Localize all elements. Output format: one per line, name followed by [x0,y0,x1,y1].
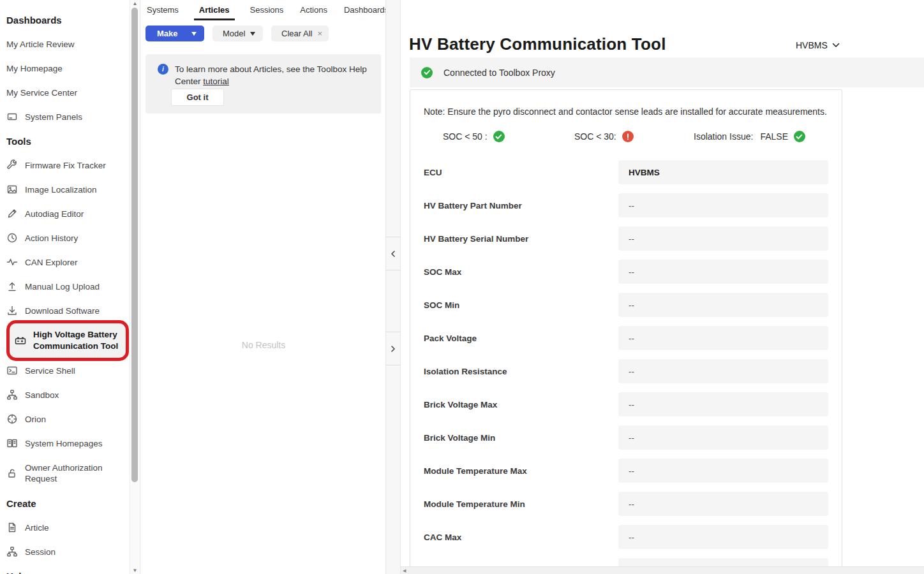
tab-dashboards[interactable]: Dashboards [343,0,390,20]
waveform-icon [6,256,18,268]
book-icon [6,438,18,449]
sidebar-item-owner-authorization-request[interactable]: Owner Authorization Request [6,455,124,491]
sidebar-item-my-homepage[interactable]: My Homepage [6,56,124,80]
isolation-resistance-field[interactable]: -- [618,359,828,383]
hierarchy-icon [6,546,18,557]
page-title: HV Battery Communication Tool [409,34,666,54]
connection-status-text: Connected to Toolbox Proxy [443,68,555,78]
sidebar-item-my-article-review[interactable]: My Article Review [6,32,124,56]
scroll-down-icon[interactable]: ▼ [130,568,140,573]
sidebar-item-session[interactable]: Session [6,540,124,564]
item-label: System Homepages [25,438,103,449]
field-label: CAC Max [424,533,618,542]
sidebar: Dashboards My Article Review My Homepage… [0,0,140,574]
sidebar-item-system-homepages[interactable]: System Homepages [6,431,124,455]
sidebar-item-article[interactable]: Article [6,515,124,540]
model-filter-dropdown[interactable]: Model [212,26,263,41]
status-label: SOC < 30: [574,131,616,142]
field-label: SOC Max [424,267,618,277]
field-label: ECU [424,168,618,177]
brick-voltage-max-field[interactable]: -- [618,392,828,416]
module-temp-max-field[interactable]: -- [618,459,828,483]
cac-max-field[interactable]: -- [618,525,828,549]
scroll-left-icon[interactable]: ◀ [403,568,406,573]
sidebar-item-orion[interactable]: Orion [6,407,124,431]
ecu-field[interactable]: HVBMS [618,160,828,184]
heading-label: Dashboards [6,15,62,26]
item-label: Download Software [25,305,100,316]
pencil-icon [6,208,18,219]
horizontal-scrollbar[interactable]: ◀ [401,566,924,574]
expand-right-button[interactable] [386,332,400,365]
field-label: HV Battery Part Number [424,201,618,210]
sidebar-item-hv-battery-communication-tool[interactable]: High Voltage Battery Communication Tool [6,320,129,361]
sidebar-item-autodiag-editor[interactable]: Autodiag Editor [6,202,124,226]
form-row-pack-voltage: Pack Voltage -- [424,326,829,350]
part-number-field[interactable]: -- [618,193,828,217]
exclamation-icon [622,131,634,142]
status-label: Isolation Issue: [694,131,753,142]
item-label: System Panels [25,112,82,122]
got-it-button[interactable]: Got it [171,89,224,106]
item-label: My Homepage [6,63,63,74]
form-row-part-number: HV Battery Part Number -- [424,193,829,217]
sidebar-item-sandbox[interactable]: Sandbox [6,383,124,407]
brick-voltage-min-field[interactable]: -- [618,425,828,450]
sidebar-scrollbar[interactable]: ▲ ▼ [130,0,139,574]
item-label: Autodiag Editor [25,209,84,219]
heading-label: Help [6,571,27,574]
ecu-selector-dropdown[interactable]: HVBMS [796,40,840,50]
model-filter-label: Model [223,29,245,38]
soc-min-field[interactable]: -- [618,293,828,317]
item-label: High Voltage Battery Communication Tool [33,329,126,352]
tab-sessions[interactable]: Sessions [249,0,285,20]
status-label: SOC < 50 : [443,131,488,142]
item-label: Firmware Fix Tracker [25,160,106,171]
sidebar-item-can-explorer[interactable]: CAN Explorer [6,250,124,274]
tab-systems[interactable]: Systems [145,0,180,20]
serial-number-field[interactable]: -- [618,226,828,251]
field-label: Module Temperature Max [424,466,618,476]
document-icon [6,522,18,533]
wrench-icon [6,159,18,171]
clear-all-button[interactable]: Clear All × [271,26,329,41]
module-temp-min-field[interactable]: -- [618,492,828,516]
sidebar-item-action-history[interactable]: Action History [6,226,124,250]
sidebar-heading-create: Create [6,491,124,515]
field-label: HV Battery Serial Number [424,234,618,244]
scroll-up-icon[interactable]: ▲ [130,1,140,6]
soc-max-field[interactable]: -- [618,260,828,284]
sidebar-item-image-localization[interactable]: Image Localization [6,177,124,202]
form-row-serial-number: HV Battery Serial Number -- [424,226,829,251]
sidebar-item-service-shell[interactable]: Service Shell [6,358,124,383]
item-label: Action History [25,233,78,244]
sidebar-item-manual-log-upload[interactable]: Manual Log Upload [6,274,124,298]
item-label: Owner Authorization Request [25,462,121,484]
form-row-soc-max: SOC Max -- [424,260,829,284]
sidebar-heading-help: Help [6,564,124,574]
telemetry-form: ECU HVBMS HV Battery Part Number -- HV B… [424,160,829,574]
close-icon[interactable]: × [317,29,322,38]
chevron-down-icon [832,43,840,48]
info-icon: i [158,64,168,75]
sidebar-item-system-panels[interactable]: System Panels [6,105,124,129]
collapse-left-button[interactable] [386,237,400,270]
pack-voltage-field[interactable]: -- [618,326,828,350]
tab-actions[interactable]: Actions [299,0,329,20]
item-label: My Article Review [6,39,75,50]
field-label: Brick Voltage Min [424,433,618,443]
chevron-down-icon [191,32,197,36]
top-nav: Systems Articles Sessions Actions Dashbo… [145,0,426,20]
item-label: CAN Explorer [25,257,78,268]
make-filter-dropdown[interactable]: Make [145,26,204,41]
tab-articles[interactable]: Articles [194,0,235,20]
status-soc-lt-50: SOC < 50 : [443,131,574,142]
sidebar-item-my-service-center[interactable]: My Service Center [6,80,124,105]
unlock-icon [6,467,18,479]
scrollbar-thumb[interactable] [131,8,138,482]
panel-divider [385,0,401,574]
sidebar-item-download-software[interactable]: Download Software [6,298,124,323]
form-row-soc-min: SOC Min -- [424,293,829,317]
tutorial-link[interactable]: tutorial [203,77,229,86]
sidebar-item-firmware-fix-tracker[interactable]: Firmware Fix Tracker [6,153,124,177]
